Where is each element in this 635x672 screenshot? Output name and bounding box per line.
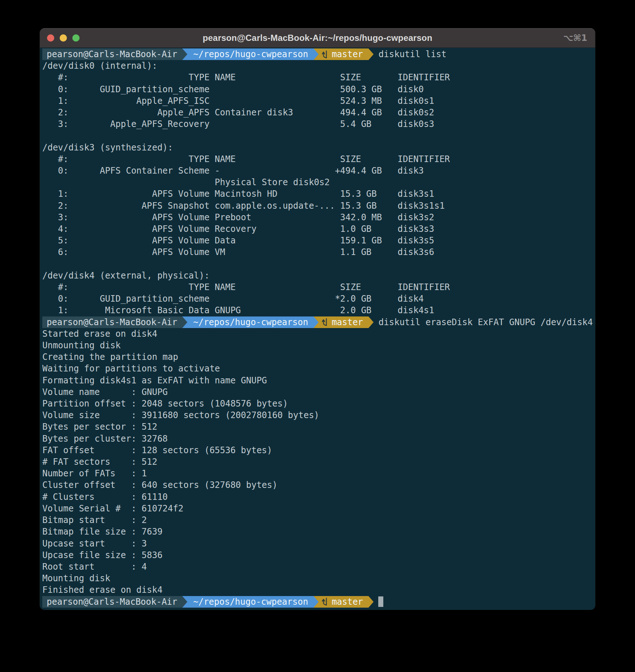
prompt-user-host: pearson@Carls-MacBook-Air (42, 316, 182, 328)
prompt-line-2: pearson@Carls-MacBook-Air ~/repos/hugo-c… (42, 316, 595, 328)
prompt-directory-label: ~/repos/hugo-cwpearson (193, 48, 308, 60)
git-branch-icon (321, 597, 328, 606)
powerline-separator-icon (368, 316, 374, 328)
powerline-separator-icon (314, 596, 319, 608)
window-title: pearson@Carls-MacBook-Air:~/repos/hugo-c… (203, 33, 432, 43)
powerline-separator-icon (182, 596, 187, 608)
prompt-line-1: pearson@Carls-MacBook-Air ~/repos/hugo-c… (42, 48, 595, 60)
powerline-separator-icon (368, 48, 374, 60)
powerline-separator-icon (368, 596, 374, 608)
git-branch-icon (321, 318, 328, 326)
prompt-git-segment: master (319, 596, 368, 608)
desktop: pearson@Carls-MacBook-Air:~/repos/hugo-c… (0, 28, 635, 672)
prompt-directory: ~/repos/hugo-cwpearson (187, 48, 314, 60)
prompt-directory: ~/repos/hugo-cwpearson (187, 316, 314, 328)
command-text: diskutil list (379, 48, 447, 60)
prompt-directory-label: ~/repos/hugo-cwpearson (193, 316, 308, 328)
command-output: Started erase on disk4 Unmounting disk C… (42, 328, 595, 596)
command-output: /dev/disk0 (internal): #: TYPE NAME SIZE… (42, 60, 595, 316)
prompt-user-host-label: pearson@Carls-MacBook-Air (47, 48, 177, 60)
titlebar[interactable]: pearson@Carls-MacBook-Air:~/repos/hugo-c… (40, 28, 595, 48)
terminal-cursor[interactable] (378, 596, 383, 607)
prompt-user-host-label: pearson@Carls-MacBook-Air (47, 596, 177, 608)
command-text: diskutil eraseDisk ExFAT GNUPG /dev/disk… (379, 316, 593, 328)
git-branch-label: master (332, 596, 363, 608)
prompt-user-host: pearson@Carls-MacBook-Air (42, 596, 182, 608)
prompt-directory-label: ~/repos/hugo-cwpearson (193, 596, 308, 608)
zoom-button[interactable] (72, 34, 80, 42)
git-branch-label: master (332, 48, 363, 60)
git-branch-icon (321, 50, 328, 59)
prompt-git-segment: master (319, 316, 368, 328)
git-branch-label: master (332, 316, 363, 328)
prompt-git-segment: master (319, 48, 368, 60)
prompt-user-host-label: pearson@Carls-MacBook-Air (47, 316, 177, 328)
minimize-button[interactable] (60, 34, 67, 42)
terminal-content[interactable]: pearson@Carls-MacBook-Air ~/repos/hugo-c… (40, 48, 595, 610)
traffic-lights (47, 28, 80, 48)
close-button[interactable] (47, 34, 54, 42)
powerline-separator-icon (182, 48, 187, 60)
prompt-line-current: pearson@Carls-MacBook-Air ~/repos/hugo-c… (42, 596, 595, 608)
powerline-separator-icon (314, 316, 319, 328)
prompt-directory: ~/repos/hugo-cwpearson (187, 596, 314, 608)
terminal-window: pearson@Carls-MacBook-Air:~/repos/hugo-c… (40, 28, 595, 610)
window-shortcut-badge: ⌥⌘1 (563, 33, 587, 43)
powerline-separator-icon (314, 48, 319, 60)
prompt-user-host: pearson@Carls-MacBook-Air (42, 48, 182, 60)
powerline-separator-icon (182, 316, 187, 328)
